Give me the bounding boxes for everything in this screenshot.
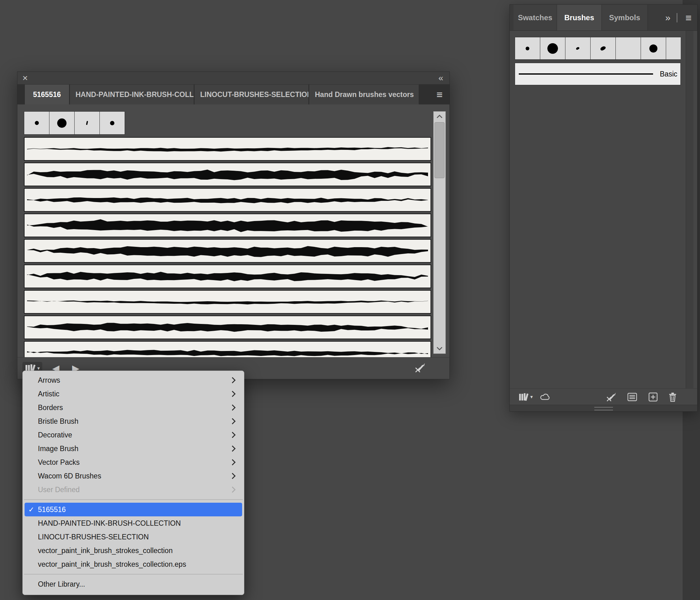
menu-item-bristle-brush[interactable]: Bristle Brush bbox=[23, 415, 244, 428]
tab-swatches[interactable]: Swatches bbox=[514, 5, 557, 30]
brush-dot bbox=[57, 119, 67, 128]
panel-resize-gripper[interactable] bbox=[510, 405, 697, 411]
brush-thumbnail-dot[interactable] bbox=[49, 111, 75, 134]
menu-item-vector-paint-ink-brush-strokes-collection-eps[interactable]: vector_paint_ink_brush_strokes_collectio… bbox=[23, 557, 244, 571]
library-content bbox=[18, 104, 449, 357]
collapse-icon[interactable]: « bbox=[438, 74, 443, 82]
tab-symbols[interactable]: Symbols bbox=[602, 5, 648, 30]
dock-tab-strip: SwatchesBrushesSymbols» ≡ bbox=[510, 5, 697, 31]
brush-dash bbox=[86, 121, 88, 125]
brush-thumbnail-dot[interactable] bbox=[24, 111, 49, 134]
menu-item-label: Bristle Brush bbox=[38, 417, 78, 426]
brush-thumbnail-dot[interactable] bbox=[515, 37, 540, 60]
menu-item-5165516[interactable]: ✓5165516 bbox=[25, 503, 242, 516]
library-tab-5165516[interactable]: 5165516 bbox=[25, 84, 69, 104]
cloud-icon bbox=[540, 393, 551, 401]
submenu-chevron-icon bbox=[229, 473, 235, 479]
brush-stroke-item-ink-stroke-7[interactable] bbox=[24, 290, 431, 314]
illustrator-workspace: × « 5165516HAND-PAINTED-INK-BRUSH-COLLEC… bbox=[0, 0, 700, 600]
brush-stroke-item-ink-stroke-4[interactable] bbox=[24, 214, 431, 237]
brush-row-basic[interactable]: Basic bbox=[515, 63, 681, 85]
scrollbar-thumb[interactable] bbox=[434, 122, 445, 178]
remove-brush-stroke-button[interactable] bbox=[606, 392, 616, 402]
menu-item-arrows[interactable]: Arrows bbox=[23, 373, 244, 387]
cc-libraries-button[interactable] bbox=[540, 393, 551, 401]
stroke-list bbox=[24, 137, 431, 357]
menu-item-label: Borders bbox=[38, 403, 63, 412]
menu-item-artistic[interactable]: Artistic bbox=[23, 387, 244, 401]
brush-stroke-item-ink-stroke-6[interactable] bbox=[24, 265, 431, 288]
brush-thumbnail-comma[interactable] bbox=[565, 37, 591, 60]
plus-icon bbox=[648, 392, 658, 402]
menu-item-wacom-6d-brushes[interactable]: Wacom 6D Brushes bbox=[23, 469, 244, 483]
menu-item-borders[interactable]: Borders bbox=[23, 401, 244, 415]
panel-menu-icon[interactable]: ≡ bbox=[685, 11, 692, 24]
brush-thumbnail-dot[interactable] bbox=[540, 37, 566, 60]
brush-stroke-item-ink-stroke-3[interactable] bbox=[24, 188, 431, 212]
brush-stroke-item-ink-stroke-8[interactable] bbox=[24, 316, 431, 339]
brush-thumbnail-empty[interactable] bbox=[666, 37, 681, 60]
brushes-dock-panel: SwatchesBrushesSymbols» ≡ Basic ▾ bbox=[509, 4, 698, 411]
panel-menu-icon[interactable]: ≡ bbox=[436, 89, 443, 101]
menu-item-label: User Defined bbox=[38, 485, 80, 494]
brush-stroke-item-ink-stroke-5[interactable] bbox=[24, 239, 431, 263]
menu-item-hand-painted-ink-brush-collection[interactable]: HAND-PAINTED-INK-BRUSH-COLLECTION bbox=[23, 516, 244, 530]
new-brush-button[interactable] bbox=[648, 392, 658, 402]
brush-thumbnail-row bbox=[24, 111, 125, 134]
dropdown-triangle-icon: ▾ bbox=[530, 394, 533, 400]
submenu-chevron-icon bbox=[229, 459, 235, 466]
library-tab-linocut-brushes-selection[interactable]: LINOCUT-BRUSHES-SELECTION bbox=[195, 84, 308, 104]
brush-thumbnail-comma[interactable] bbox=[590, 37, 616, 60]
delete-brush-button[interactable] bbox=[668, 392, 677, 402]
menu-item-label: 5165516 bbox=[38, 505, 66, 514]
library-menu: ArrowsArtisticBordersBristle BrushDecora… bbox=[22, 371, 244, 595]
list-icon bbox=[627, 393, 637, 401]
brush-dot bbox=[35, 121, 39, 125]
brush-x-icon bbox=[606, 392, 616, 402]
non-editable-brush-icon bbox=[415, 362, 425, 374]
brush-dot bbox=[526, 47, 529, 50]
library-titlebar[interactable]: × « bbox=[18, 72, 449, 84]
library-tab-hand-drawn-brushes-vectors[interactable]: Hand Drawn brushes vectors bbox=[309, 84, 419, 104]
brush-dot bbox=[547, 43, 558, 54]
brush-library-panel: × « 5165516HAND-PAINTED-INK-BRUSH-COLLEC… bbox=[17, 72, 450, 379]
brushes-panel-content: Basic bbox=[510, 31, 697, 389]
menu-item-linocut-brushes-selection[interactable]: LINOCUT-BRUSHES-SELECTION bbox=[23, 530, 244, 544]
basic-brush-preview bbox=[519, 73, 653, 75]
options-of-selected-object-button[interactable] bbox=[627, 393, 637, 401]
tabbar-divider bbox=[677, 13, 677, 22]
menu-item-user-defined[interactable]: User Defined bbox=[23, 483, 244, 497]
brush-stroke-item-ink-stroke-9[interactable] bbox=[24, 341, 431, 357]
menu-item-other-library[interactable]: Other Library... bbox=[23, 577, 244, 591]
submenu-chevron-icon bbox=[229, 446, 235, 452]
brush-thumbnail-dot[interactable] bbox=[641, 37, 666, 60]
tab-brushes[interactable]: Brushes bbox=[557, 5, 602, 30]
menu-item-label: vector_paint_ink_brush_strokes_collectio… bbox=[38, 560, 186, 569]
submenu-chevron-icon bbox=[229, 404, 235, 411]
books-icon bbox=[519, 393, 529, 401]
menu-separator bbox=[24, 499, 243, 500]
menu-item-vector-paint-ink-brush-strokes-collection[interactable]: vector_paint_ink_brush_strokes_collectio… bbox=[23, 544, 244, 557]
library-tab-hand-painted-ink-brush-collection[interactable]: HAND-PAINTED-INK-BRUSH-COLLECTION bbox=[70, 84, 194, 104]
brush-libraries-menu-button[interactable]: ▾ bbox=[519, 393, 533, 401]
brush-thumbnail-empty[interactable] bbox=[616, 37, 641, 60]
brush-comma bbox=[600, 46, 606, 51]
expand-panels-icon[interactable]: » bbox=[665, 12, 671, 23]
brush-stroke-item-ink-stroke-2[interactable] bbox=[24, 162, 431, 186]
close-icon[interactable]: × bbox=[22, 73, 28, 83]
vertical-scrollbar[interactable] bbox=[433, 111, 446, 354]
panel-scrollbar-lane[interactable] bbox=[686, 31, 694, 389]
menu-separator bbox=[24, 574, 243, 575]
checkmark-icon: ✓ bbox=[28, 505, 34, 514]
menu-item-decorative[interactable]: Decorative bbox=[23, 428, 244, 442]
brush-thumbnail-row bbox=[515, 37, 681, 60]
brush-stroke-item-ink-stroke-1[interactable] bbox=[24, 137, 431, 161]
menu-item-vector-packs[interactable]: Vector Packs bbox=[23, 455, 244, 469]
scroll-up-icon[interactable] bbox=[433, 112, 445, 121]
menu-item-image-brush[interactable]: Image Brush bbox=[23, 442, 244, 455]
scroll-down-icon[interactable] bbox=[433, 344, 445, 353]
grip-lines-icon bbox=[594, 407, 613, 410]
menu-item-label: Wacom 6D Brushes bbox=[38, 472, 101, 480]
brush-thumbnail-dot[interactable] bbox=[99, 111, 125, 134]
brush-thumbnail-dash[interactable] bbox=[74, 111, 100, 134]
